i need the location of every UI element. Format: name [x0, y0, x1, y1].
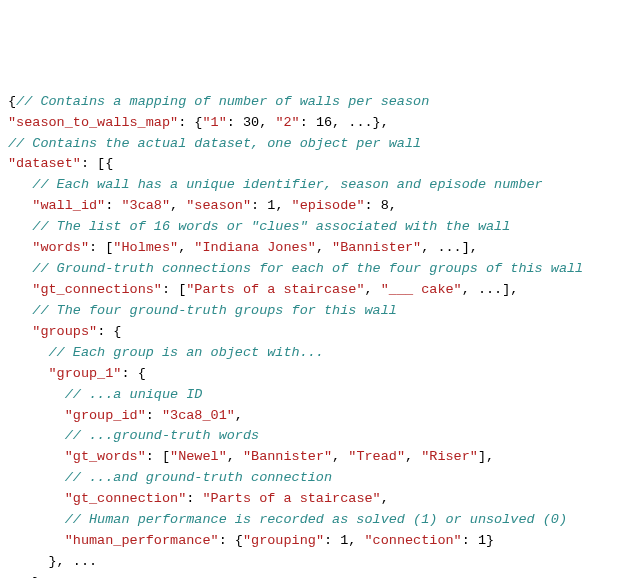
code-line: } [8, 573, 632, 578]
key-token: "season" [186, 198, 251, 213]
key-token: "words" [32, 240, 89, 255]
code-line: "gt_words": ["Newel", "Bannister", "Trea… [8, 447, 632, 468]
punct-token: , [316, 240, 332, 255]
punct-token: , [348, 533, 364, 548]
code-line: // Ground-truth connections for each of … [8, 259, 632, 280]
string-token: "Riser" [421, 449, 478, 464]
punct-token: , [235, 408, 243, 423]
punct-token [8, 366, 49, 381]
punct-token: , [275, 198, 291, 213]
key-token: "season_to_walls_map" [8, 115, 178, 130]
punct-token: : [462, 533, 478, 548]
punct-token: , [405, 449, 421, 464]
comment-token: // ...ground-truth words [65, 428, 259, 443]
key-token: "2" [275, 115, 299, 130]
punct-token: : [251, 198, 267, 213]
comment-token: // ...and ground-truth connection [65, 470, 332, 485]
comment-token: // The four ground-truth groups for this… [32, 303, 397, 318]
key-token: "groups" [32, 324, 97, 339]
string-token: "3ca8_01" [162, 408, 235, 423]
punct-token [8, 512, 65, 527]
punct-token: : { [97, 324, 121, 339]
punct-token: : [227, 115, 243, 130]
string-token: "Indiana Jones" [194, 240, 316, 255]
punct-token: : [{ [81, 156, 113, 171]
code-line: "words": ["Holmes", "Indiana Jones", "Ba… [8, 238, 632, 259]
key-token: "wall_id" [32, 198, 105, 213]
punct-token: : [146, 408, 162, 423]
punct-token: , ...], [462, 282, 519, 297]
punct-token [8, 428, 65, 443]
string-token: "Bannister" [243, 449, 332, 464]
punct-token: }, ... [8, 554, 97, 569]
string-token: "Tread" [348, 449, 405, 464]
punct-token [8, 408, 65, 423]
key-token: "1" [202, 115, 226, 130]
punct-token: , [227, 449, 243, 464]
code-line: // ...a unique ID [8, 385, 632, 406]
punct-token [8, 491, 65, 506]
code-line: "season_to_walls_map": {"1": 30, "2": 16… [8, 113, 632, 134]
code-line: "gt_connections": ["Parts of a staircase… [8, 280, 632, 301]
key-token: "gt_connections" [32, 282, 162, 297]
punct-token: : [ [89, 240, 113, 255]
comment-token: // The list of 16 words or "clues" assoc… [32, 219, 510, 234]
key-token: "grouping" [243, 533, 324, 548]
key-token: "group_id" [65, 408, 146, 423]
comment-token: // Each group is an object with... [49, 345, 324, 360]
code-line: "wall_id": "3ca8", "season": 1, "episode… [8, 196, 632, 217]
punct-token: : [ [162, 282, 186, 297]
punct-token [8, 177, 32, 192]
punct-token: , [170, 198, 186, 213]
punct-token: , [332, 449, 348, 464]
punct-token: : { [178, 115, 202, 130]
code-line: "gt_connection": "Parts of a staircase", [8, 489, 632, 510]
number-token: 8 [381, 198, 389, 213]
punct-token [8, 449, 65, 464]
punct-token: : [105, 198, 121, 213]
punct-token: } [486, 533, 494, 548]
string-token: "Parts of a staircase" [202, 491, 380, 506]
code-line: // Each wall has a unique identifier, se… [8, 175, 632, 196]
code-line: "groups": { [8, 322, 632, 343]
string-token: "___ cake" [381, 282, 462, 297]
code-line: // Contains the actual dataset, one obje… [8, 134, 632, 155]
punct-token: , ...], [421, 240, 478, 255]
code-line: // ...and ground-truth connection [8, 468, 632, 489]
punct-token [8, 303, 32, 318]
comment-token: // Contains the actual dataset, one obje… [8, 136, 421, 151]
key-token: "group_1" [49, 366, 122, 381]
key-token: "dataset" [8, 156, 81, 171]
string-token: "3ca8" [121, 198, 170, 213]
string-token: "Bannister" [332, 240, 421, 255]
key-token: "human_performance" [65, 533, 219, 548]
code-line: {// Contains a mapping of number of wall… [8, 92, 632, 113]
code-line: "dataset": [{ [8, 154, 632, 175]
code-line: "human_performance": {"grouping": 1, "co… [8, 531, 632, 552]
number-token: 16 [316, 115, 332, 130]
code-line: // Human performance is recorded as solv… [8, 510, 632, 531]
punct-token: , [364, 282, 380, 297]
punct-token [8, 324, 32, 339]
punct-token [8, 387, 65, 402]
json-code-listing: {// Contains a mapping of number of wall… [8, 92, 632, 578]
punct-token: ], [478, 449, 494, 464]
punct-token: : [324, 533, 340, 548]
punct-token: : { [121, 366, 145, 381]
code-line: // The four ground-truth groups for this… [8, 301, 632, 322]
punct-token: : [ [146, 449, 170, 464]
punct-token: : [365, 198, 381, 213]
comment-token: // Human performance is recorded as solv… [65, 512, 567, 527]
punct-token: : [186, 491, 202, 506]
punct-token: : { [219, 533, 243, 548]
number-token: 1 [478, 533, 486, 548]
string-token: "Parts of a staircase" [186, 282, 364, 297]
punct-token [8, 282, 32, 297]
string-token: "Newel" [170, 449, 227, 464]
punct-token [8, 240, 32, 255]
code-line: // The list of 16 words or "clues" assoc… [8, 217, 632, 238]
key-token: "gt_connection" [65, 491, 187, 506]
comment-token: // ...a unique ID [65, 387, 203, 402]
punct-token [8, 533, 65, 548]
punct-token: , [389, 198, 397, 213]
